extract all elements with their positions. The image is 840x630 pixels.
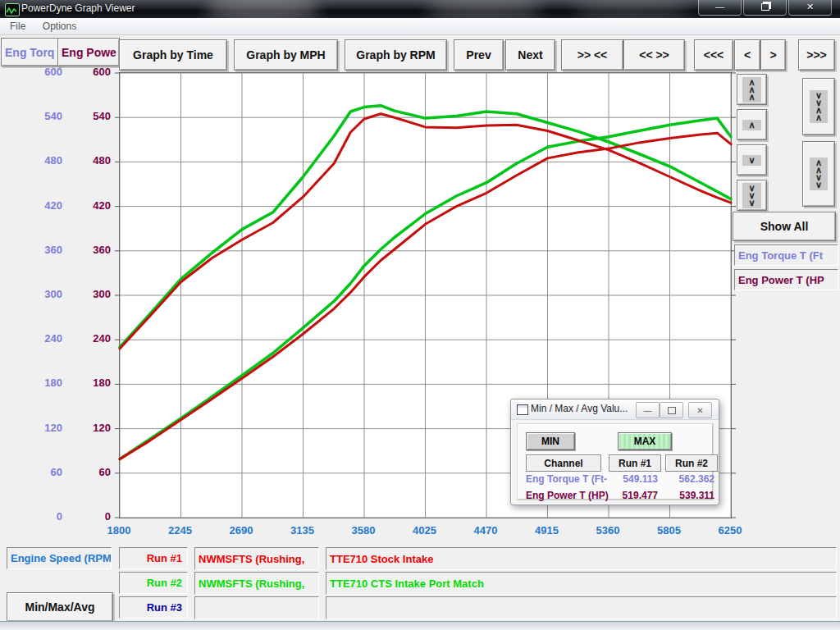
scroll-down-button[interactable]: ∨ bbox=[737, 144, 767, 176]
glass-highlight bbox=[205, 0, 320, 18]
axis-tick-label: 420 bbox=[70, 199, 111, 212]
glass-highlight bbox=[574, 0, 689, 18]
axis-tick-label: 6250 bbox=[707, 524, 753, 537]
axis-tick-label: 4470 bbox=[463, 524, 509, 537]
app-icon bbox=[5, 3, 20, 16]
axis-tick-label: 120 bbox=[21, 422, 62, 435]
zoom-out-vertical-button[interactable]: ∧∧∨∨ bbox=[802, 141, 835, 207]
minmax-restore-button[interactable] bbox=[660, 402, 683, 418]
axis-tick-label: 360 bbox=[21, 244, 62, 257]
restore-button[interactable] bbox=[743, 0, 787, 16]
table-cell-power-run2-max: 539.311 bbox=[665, 490, 714, 501]
column-header-channel[interactable]: Channel bbox=[526, 454, 601, 472]
run2-description-field[interactable]: TTE710 CTS Intake Port Match bbox=[326, 572, 837, 595]
menu-file[interactable]: File bbox=[3, 19, 32, 34]
axis-tick-label: 480 bbox=[21, 154, 62, 167]
show-all-button[interactable]: Show All bbox=[733, 212, 836, 241]
minmax-close-button[interactable]: ✕ bbox=[688, 402, 712, 418]
menu-bar: File Options bbox=[0, 18, 840, 35]
scroll-left-button[interactable]: < bbox=[734, 39, 760, 71]
graph-by-rpm-button[interactable]: Graph by RPM bbox=[345, 39, 447, 71]
minmax-values-window: Min / Max / Avg Valu... — ✕ MIN MAX Chan… bbox=[510, 399, 719, 505]
menu-options[interactable]: Options bbox=[36, 19, 83, 34]
scroll-left-fast-button[interactable]: <<< bbox=[694, 39, 733, 71]
zoom-out-horizontal-button[interactable]: << >> bbox=[623, 39, 685, 71]
run2-file-field[interactable]: NWMSFTS (Rushing, bbox=[194, 572, 319, 595]
axis-tick-label: 600 bbox=[70, 66, 111, 79]
axis-tick-label: 5805 bbox=[646, 524, 692, 537]
zoom-in-vertical-button[interactable]: ∨∨∧∧ bbox=[802, 78, 835, 135]
run3-label: Run #3 bbox=[119, 596, 188, 619]
axis-tick-label: 300 bbox=[21, 288, 62, 301]
y-axis-torque-channel-button[interactable]: Eng Torq bbox=[1, 38, 61, 66]
graph-by-mph-button[interactable]: Graph by MPH bbox=[234, 39, 338, 71]
minmax-window-title: Min / Max / Avg Valu... bbox=[531, 403, 628, 414]
min-toggle-button[interactable]: MIN bbox=[526, 432, 575, 450]
scroll-right-fast-button[interactable]: >>> bbox=[798, 39, 835, 71]
torque-channel-label[interactable]: Eng Torque T (Ft bbox=[734, 244, 838, 266]
window-bottom-edge bbox=[0, 621, 840, 630]
minmax-minimize-button[interactable]: — bbox=[636, 402, 660, 418]
scroll-up-button[interactable]: ∧ bbox=[737, 109, 767, 140]
axis-tick-label: 60 bbox=[70, 466, 111, 479]
power-channel-label[interactable]: Eng Power T (HP bbox=[734, 269, 838, 290]
minmax-window-icon bbox=[517, 404, 528, 415]
run3-file-field[interactable] bbox=[194, 596, 319, 619]
axis-tick-label: 0 bbox=[21, 510, 62, 523]
axis-tick-label: 4915 bbox=[524, 524, 570, 537]
axis-tick-label: 180 bbox=[21, 377, 62, 390]
table-cell-torque-run2-max: 562.362 bbox=[665, 473, 714, 485]
axis-tick-label: 300 bbox=[70, 288, 111, 301]
run2-label: Run #2 bbox=[119, 572, 188, 594]
graph-by-time-button[interactable]: Graph by Time bbox=[119, 39, 227, 71]
max-toggle-button[interactable]: MAX bbox=[618, 432, 672, 450]
table-cell-power-run1-max: 519.477 bbox=[609, 490, 658, 501]
minmax-title-bar[interactable]: Min / Max / Avg Valu... — ✕ bbox=[511, 399, 719, 420]
axis-tick-label: 0 bbox=[70, 510, 111, 523]
run1-description-field[interactable]: TTE710 Stock Intake bbox=[326, 547, 837, 570]
table-cell-torque-channel: Eng Torque T (Ft- bbox=[526, 473, 608, 485]
run1-file-field[interactable]: NWMSFTS (Rushing, bbox=[194, 547, 319, 570]
axis-tick-label: 420 bbox=[21, 199, 62, 212]
axis-tick-label: 180 bbox=[70, 377, 111, 390]
run3-description-field[interactable] bbox=[326, 596, 837, 619]
axis-tick-label: 240 bbox=[21, 332, 62, 345]
run1-label: Run #1 bbox=[119, 547, 188, 569]
axis-tick-label: 5360 bbox=[585, 524, 631, 537]
y-axis-power-channel-button[interactable]: Eng Powe bbox=[57, 38, 120, 66]
axis-tick-label: 3580 bbox=[340, 524, 386, 537]
x-axis-channel-button[interactable]: Engine Speed (RPM bbox=[7, 547, 112, 569]
next-button[interactable]: Next bbox=[505, 39, 555, 71]
axis-tick-label: 540 bbox=[70, 110, 111, 123]
window-title: PowerDyne Graph Viewer bbox=[21, 2, 135, 14]
prev-button[interactable]: Prev bbox=[454, 39, 504, 71]
powerdyne-window: PowerDyne Graph Viewer — ✕ File Options … bbox=[0, 0, 840, 630]
glass-highlight bbox=[427, 0, 541, 18]
column-header-run1[interactable]: Run #1 bbox=[609, 454, 661, 472]
axis-tick-label: 480 bbox=[70, 154, 111, 167]
axis-tick-label: 3135 bbox=[280, 524, 326, 537]
title-bar[interactable]: PowerDyne Graph Viewer — ✕ bbox=[0, 0, 840, 18]
axis-tick-label: 2245 bbox=[158, 524, 203, 537]
axis-tick-label: 4025 bbox=[402, 524, 448, 537]
scroll-down-fast-button[interactable]: ∨∨∨ bbox=[737, 180, 767, 211]
axis-tick-label: 360 bbox=[70, 244, 111, 257]
axis-tick-label: 120 bbox=[70, 422, 111, 435]
scroll-up-fast-button[interactable]: ∧∧∧ bbox=[737, 74, 767, 105]
table-cell-torque-run1-max: 549.113 bbox=[609, 473, 658, 485]
axis-tick-label: 600 bbox=[21, 66, 62, 79]
axis-tick-label: 60 bbox=[21, 466, 62, 479]
column-header-run2[interactable]: Run #2 bbox=[665, 454, 718, 472]
scroll-right-button[interactable]: > bbox=[760, 39, 786, 71]
minmaxavg-button[interactable]: Min/Max/Avg bbox=[7, 592, 113, 622]
axis-tick-label: 540 bbox=[21, 110, 62, 123]
axis-tick-label: 240 bbox=[70, 332, 111, 345]
table-cell-power-channel: Eng Power T (HP) bbox=[526, 490, 611, 501]
close-button[interactable]: ✕ bbox=[788, 0, 832, 16]
axis-tick-label: 1800 bbox=[96, 524, 142, 537]
minimize-button[interactable]: — bbox=[698, 0, 742, 16]
axis-tick-label: 2690 bbox=[218, 524, 264, 537]
zoom-in-horizontal-button[interactable]: >> << bbox=[561, 39, 623, 71]
